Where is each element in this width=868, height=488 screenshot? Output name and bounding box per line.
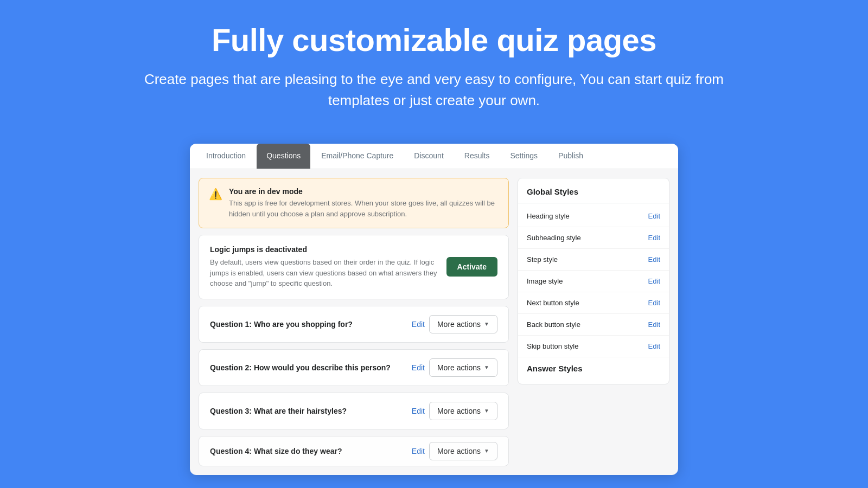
answer-styles-title: Answer Styles — [518, 357, 669, 375]
question-actions-1: Edit More actions ▼ — [412, 315, 497, 333]
image-style-label: Image style — [527, 277, 563, 285]
chevron-down-icon-4: ▼ — [484, 448, 489, 454]
back-button-style-label: Back button style — [527, 320, 580, 329]
edit-link-2[interactable]: Edit — [412, 363, 425, 372]
right-column: Global Styles Heading style Edit Subhead… — [518, 178, 669, 466]
style-row-heading: Heading style Edit — [518, 206, 669, 227]
left-column: ⚠️ You are in dev mode This app is free … — [199, 178, 509, 466]
question-card-3: Question 3: What are their hairstyles? E… — [199, 393, 509, 429]
tabs-bar: Introduction Questions Email/Phone Captu… — [190, 144, 678, 169]
tab-email-phone-capture[interactable]: Email/Phone Capture — [311, 144, 403, 169]
tab-publish[interactable]: Publish — [548, 144, 593, 169]
tab-questions[interactable]: Questions — [257, 144, 310, 169]
heading-style-edit[interactable]: Edit — [648, 212, 660, 220]
question-title-3: Question 3: What are their hairstyles? — [210, 407, 347, 415]
style-row-image: Image style Edit — [518, 271, 669, 292]
alert-content: You are in dev mode This app is free for… — [229, 187, 499, 219]
tab-results[interactable]: Results — [455, 144, 500, 169]
style-row-subheading: Subheading style Edit — [518, 227, 669, 249]
tab-introduction[interactable]: Introduction — [196, 144, 256, 169]
question-title-4: Question 4: What size do they wear? — [210, 447, 342, 455]
edit-link-3[interactable]: Edit — [412, 407, 425, 415]
step-style-edit[interactable]: Edit — [648, 255, 660, 264]
more-actions-label-4: More actions — [437, 447, 481, 455]
subheading-style-label: Subheading style — [527, 234, 581, 242]
question-card-2: Question 2: How would you describe this … — [199, 349, 509, 386]
heading-style-label: Heading style — [527, 212, 570, 220]
subheading-style-edit[interactable]: Edit — [648, 234, 660, 242]
hero-section: Fully customizable quiz pages Create pag… — [0, 0, 868, 144]
next-button-style-label: Next button style — [527, 299, 579, 307]
more-actions-label-2: More actions — [437, 363, 481, 372]
more-actions-button-2[interactable]: More actions ▼ — [429, 358, 497, 377]
logic-card-content: Logic jumps is deactivated By default, u… — [210, 245, 438, 289]
style-row-skip-button: Skip button style Edit — [518, 336, 669, 357]
logic-jumps-card: Logic jumps is deactivated By default, u… — [199, 235, 509, 299]
more-actions-button-1[interactable]: More actions ▼ — [429, 315, 497, 333]
more-actions-label-1: More actions — [437, 320, 481, 329]
alert-body: This app is free for development stores.… — [229, 198, 499, 219]
question-title-2: Question 2: How would you describe this … — [210, 363, 391, 372]
hero-title: Fully customizable quiz pages — [11, 22, 857, 58]
global-styles-title: Global Styles — [518, 187, 669, 203]
logic-jumps-body: By default, users view questions based o… — [210, 257, 438, 289]
question-actions-4: Edit More actions ▼ — [412, 442, 497, 460]
chevron-down-icon-2: ▼ — [484, 364, 489, 370]
question-actions-3: Edit More actions ▼ — [412, 402, 497, 420]
global-styles-panel: Global Styles Heading style Edit Subhead… — [518, 178, 669, 384]
edit-link-1[interactable]: Edit — [412, 320, 425, 329]
tab-settings[interactable]: Settings — [500, 144, 547, 169]
warning-icon: ⚠️ — [209, 188, 222, 201]
chevron-down-icon-3: ▼ — [484, 408, 489, 414]
back-button-style-edit[interactable]: Edit — [648, 320, 660, 329]
logic-jumps-title: Logic jumps is deactivated — [210, 245, 438, 254]
main-layout: ⚠️ You are in dev mode This app is free … — [190, 169, 678, 475]
style-row-step: Step style Edit — [518, 249, 669, 271]
chevron-down-icon-1: ▼ — [484, 321, 489, 327]
style-row-back-button: Back button style Edit — [518, 314, 669, 336]
app-container: Introduction Questions Email/Phone Captu… — [190, 144, 678, 475]
question-title-1: Question 1: Who are you shopping for? — [210, 320, 353, 329]
more-actions-button-4[interactable]: More actions ▼ — [429, 442, 497, 460]
activate-button[interactable]: Activate — [446, 257, 497, 277]
question-card-1: Question 1: Who are you shopping for? Ed… — [199, 306, 509, 343]
edit-link-4[interactable]: Edit — [412, 447, 425, 455]
question-actions-2: Edit More actions ▼ — [412, 358, 497, 377]
style-row-next-button: Next button style Edit — [518, 292, 669, 314]
step-style-label: Step style — [527, 255, 558, 264]
alert-title: You are in dev mode — [229, 187, 499, 196]
question-card-4: Question 4: What size do they wear? Edit… — [199, 436, 509, 466]
next-button-style-edit[interactable]: Edit — [648, 299, 660, 307]
more-actions-label-3: More actions — [437, 407, 481, 415]
alert-banner: ⚠️ You are in dev mode This app is free … — [199, 178, 509, 228]
skip-button-style-label: Skip button style — [527, 342, 578, 350]
tab-discount[interactable]: Discount — [404, 144, 453, 169]
hero-subtitle: Create pages that are pleasing to the ey… — [136, 69, 732, 111]
skip-button-style-edit[interactable]: Edit — [648, 342, 660, 350]
image-style-edit[interactable]: Edit — [648, 277, 660, 285]
more-actions-button-3[interactable]: More actions ▼ — [429, 402, 497, 420]
